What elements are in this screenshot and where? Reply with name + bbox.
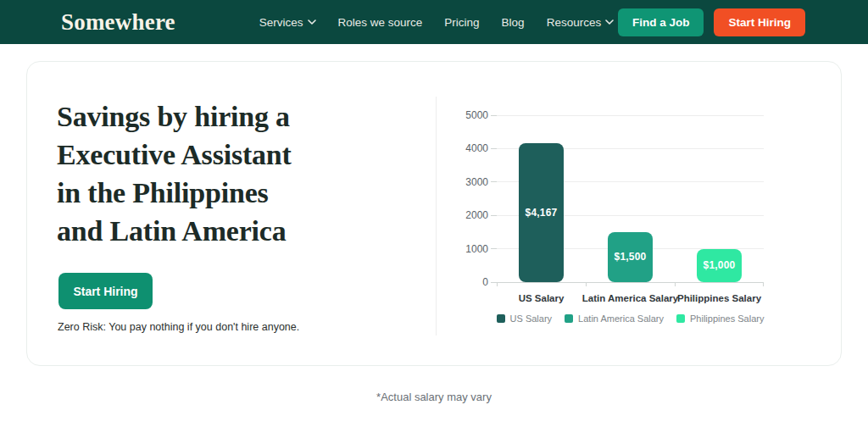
legend-item: Philippines Salary	[676, 313, 764, 324]
x-axis-label: Latin America Salary	[582, 293, 678, 303]
x-axis-tick	[497, 282, 498, 286]
bar-value-label: $1,000	[704, 259, 736, 271]
chart-legend: US SalaryLatin America SalaryPhilippines…	[497, 313, 764, 324]
heading-line: Executive Assistant	[57, 136, 292, 174]
y-axis-label: 4000	[454, 141, 488, 155]
savings-card: Savings by hiring a Executive Assistant …	[26, 61, 842, 366]
bar-value-label: $1,500	[615, 251, 647, 263]
legend-label: Philippines Salary	[690, 313, 764, 324]
savings-heading: Savings by hiring a Executive Assistant …	[57, 97, 292, 250]
nav-label: Blog	[502, 16, 525, 29]
legend-swatch	[565, 314, 573, 323]
zero-risk-note: Zero Risk: You pay nothing if you don't …	[58, 321, 299, 333]
heading-line: and Latin America	[57, 212, 292, 250]
heading-line: in the Philippines	[57, 174, 292, 212]
y-axis-tick	[491, 248, 497, 249]
x-axis-tick	[586, 282, 587, 286]
site-header: Somewhere Services Roles we source Prici…	[0, 0, 868, 44]
main-nav: Services Roles we source Pricing Blog Re…	[259, 16, 614, 29]
find-a-job-button[interactable]: Find a Job	[618, 8, 704, 36]
bar: $1,500	[608, 232, 653, 282]
nav-label: Resources	[547, 16, 602, 29]
start-hiring-cta-button[interactable]: Start Hiring	[58, 273, 153, 309]
y-axis-tick	[491, 181, 497, 182]
x-axis-tick	[675, 282, 676, 286]
legend-swatch	[676, 314, 685, 323]
nav-item-resources[interactable]: Resources	[547, 16, 615, 29]
logo[interactable]: Somewhere	[61, 9, 175, 36]
nav-item-roles-we-source[interactable]: Roles we source	[338, 16, 423, 29]
y-axis-label: 0	[454, 275, 488, 289]
y-axis-tick	[491, 115, 497, 116]
y-axis-tick	[491, 215, 497, 216]
vertical-divider	[436, 97, 437, 336]
legend-label: Latin America Salary	[578, 313, 664, 324]
legend-item: US Salary	[497, 313, 553, 324]
page: Somewhere Services Roles we source Prici…	[0, 0, 868, 427]
nav-label: Services	[259, 16, 303, 29]
chevron-down-icon	[308, 19, 316, 25]
nav-item-services[interactable]: Services	[259, 16, 316, 29]
y-axis-tick	[491, 148, 497, 149]
grid-line	[497, 115, 764, 116]
y-axis-label: 1000	[454, 242, 488, 256]
chevron-down-icon	[605, 19, 614, 25]
bar-value-label: $4,167	[526, 207, 558, 219]
x-axis-label: US Salary	[519, 293, 565, 303]
salary-disclaimer: *Actual salary may vary	[0, 391, 868, 403]
legend-item: Latin America Salary	[565, 313, 664, 324]
x-axis-tick	[763, 282, 764, 286]
nav-item-blog[interactable]: Blog	[502, 16, 525, 29]
bar: $4,167	[519, 143, 564, 282]
y-axis-label: 2000	[454, 208, 488, 222]
chart-plot: 010002000300040005000$4,167$1,500$1,000U…	[497, 115, 764, 282]
y-axis-label: 3000	[454, 175, 488, 189]
legend-swatch	[497, 314, 505, 323]
y-axis-label: 5000	[454, 108, 488, 122]
header-actions: Find a Job Start Hiring	[618, 8, 805, 36]
bar: $1,000	[697, 249, 742, 282]
nav-label: Roles we source	[338, 16, 423, 29]
x-axis-label: Philippines Salary	[677, 293, 761, 303]
nav-item-pricing[interactable]: Pricing	[444, 16, 479, 29]
heading-line: Savings by hiring a	[57, 97, 292, 136]
start-hiring-button[interactable]: Start Hiring	[714, 8, 805, 36]
y-axis-tick	[491, 282, 497, 283]
nav-label: Pricing	[444, 16, 479, 29]
legend-label: US Salary	[510, 313, 553, 324]
